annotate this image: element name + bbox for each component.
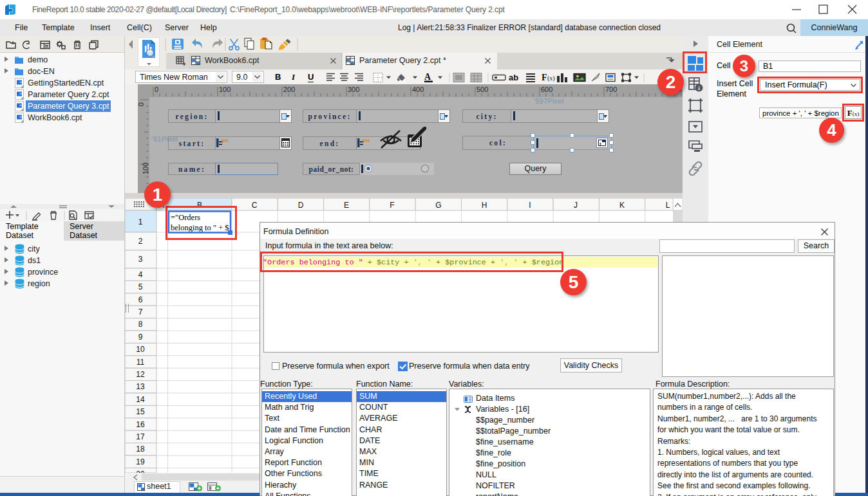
svg-text:F: F [542, 73, 547, 82]
svg-text:3: 3 [138, 255, 143, 264]
svg-text:0: 0 [138, 102, 145, 106]
svg-text:E: E [344, 201, 349, 210]
svg-text:D: D [298, 201, 304, 210]
svg-text:12: 12 [136, 370, 145, 379]
svg-text:200: 200 [283, 86, 295, 93]
svg-text:14: 14 [136, 395, 145, 404]
svg-text:16: 16 [136, 420, 145, 429]
svg-text:F: F [390, 201, 394, 210]
svg-text:C: C [252, 201, 258, 210]
svg-text:6: 6 [138, 295, 143, 304]
svg-text:G: G [435, 201, 441, 210]
svg-text:17: 17 [136, 432, 145, 441]
svg-text:18: 18 [136, 445, 145, 454]
svg-text:K: K [619, 201, 625, 210]
svg-text:600: 600 [541, 86, 552, 93]
svg-text:15: 15 [136, 407, 145, 416]
svg-text:19: 19 [136, 457, 145, 466]
svg-text:7: 7 [138, 308, 143, 317]
svg-text:4: 4 [138, 270, 143, 279]
svg-text:(x): (x) [547, 75, 555, 82]
svg-text:100: 100 [142, 163, 149, 174]
svg-text:500: 500 [476, 86, 488, 93]
svg-text:400: 400 [412, 86, 424, 93]
svg-text:0: 0 [155, 86, 158, 93]
svg-text:5: 5 [138, 282, 143, 291]
svg-text:300: 300 [348, 86, 359, 93]
svg-text:11: 11 [137, 358, 145, 367]
svg-text:9: 9 [138, 333, 143, 342]
svg-text:8: 8 [138, 320, 143, 329]
svg-text:2: 2 [138, 237, 143, 246]
svg-text:J: J [574, 201, 578, 210]
svg-text:13: 13 [136, 382, 145, 391]
svg-text:700: 700 [605, 86, 617, 93]
svg-text:10: 10 [136, 345, 145, 354]
svg-text:1: 1 [138, 217, 143, 226]
svg-text:H: H [482, 201, 487, 210]
svg-text:A: A [424, 73, 431, 82]
svg-text:100: 100 [219, 86, 231, 93]
svg-text:ab: ab [509, 73, 518, 82]
svg-text:L: L [666, 201, 670, 210]
svg-text:I: I [529, 201, 531, 210]
